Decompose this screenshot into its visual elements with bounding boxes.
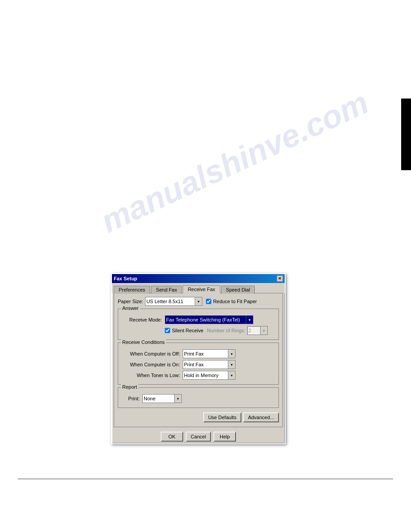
receive-mode-dropdown-arrow[interactable]: ▼	[246, 316, 253, 324]
right-tab	[401, 99, 411, 170]
bottom-rule	[18, 479, 393, 479]
silent-receive-label: Silent Receive	[172, 328, 203, 333]
receive-mode-select[interactable]: Fax Telephone Switching (FaxTel)	[165, 316, 246, 324]
tab-bar: Preferences Send Fax Receive Fax Speed D…	[112, 283, 285, 293]
toner-low-row: When Toner is Low: Hold in Memory ▼	[122, 371, 275, 380]
computer-off-dropdown-arrow[interactable]: ▼	[228, 350, 235, 358]
dialog-bottom-buttons: OK Cancel Help	[112, 429, 285, 443]
receive-mode-row: Receive Mode: Fax Telephone Switching (F…	[122, 315, 275, 324]
receive-conditions-group: Receive Conditions When Computer is Off:…	[118, 343, 279, 385]
receive-mode-select-wrapper[interactable]: Fax Telephone Switching (FaxTel) ▼	[165, 315, 253, 324]
computer-off-label: When Computer is Off:	[122, 351, 180, 356]
rings-dropdown-arrow[interactable]: ▼	[260, 326, 267, 335]
computer-off-select-wrapper[interactable]: Print Fax ▼	[183, 349, 235, 358]
tab-speed-dial[interactable]: Speed Dial	[221, 286, 255, 294]
paper-size-label: Paper Size:	[118, 299, 143, 304]
toner-low-select[interactable]: Hold in Memory	[183, 371, 228, 379]
computer-on-select-wrapper[interactable]: Print Fax ▼	[183, 360, 235, 369]
use-defaults-button[interactable]: Use Defaults	[203, 412, 241, 422]
ok-button[interactable]: OK	[161, 432, 183, 442]
toner-low-label: When Toner is Low:	[122, 373, 180, 378]
silent-receive-row: Silent Receive Number of Rings: 2 ▼	[122, 326, 275, 335]
computer-off-select[interactable]: Print Fax	[183, 350, 228, 358]
advanced-button[interactable]: Advanced...	[243, 412, 279, 422]
tab-receive-fax[interactable]: Receive Fax	[183, 285, 220, 293]
answer-group-legend: Answer	[121, 305, 140, 311]
silent-receive-checkbox-label[interactable]: Silent Receive	[165, 328, 203, 333]
dialog-title: Fax Setup	[114, 276, 137, 281]
fax-setup-dialog: Fax Setup ✕ Preferences Send Fax Receive…	[111, 273, 286, 444]
action-row: Use Defaults Advanced...	[118, 411, 279, 423]
paper-size-select[interactable]: US Letter 8.5x11	[146, 297, 195, 305]
watermark: manualshinve.com	[95, 84, 374, 240]
report-group-content: Print: None ▼	[122, 394, 275, 403]
cancel-button[interactable]: Cancel	[186, 432, 211, 442]
title-bar: Fax Setup ✕	[112, 274, 285, 283]
print-dropdown-arrow[interactable]: ▼	[174, 395, 181, 403]
receive-mode-label: Receive Mode:	[122, 317, 162, 322]
report-group: Report Print: None ▼	[118, 387, 279, 408]
tab-send-fax[interactable]: Send Fax	[151, 286, 182, 294]
answer-group-content: Receive Mode: Fax Telephone Switching (F…	[122, 315, 275, 335]
close-button[interactable]: ✕	[277, 275, 283, 282]
report-group-legend: Report	[121, 384, 138, 390]
paper-size-select-wrapper[interactable]: US Letter 8.5x11 ▼	[145, 297, 202, 306]
computer-off-row: When Computer is Off: Print Fax ▼	[122, 349, 275, 358]
print-row: Print: None ▼	[122, 394, 275, 403]
tab-preferences[interactable]: Preferences	[114, 286, 150, 294]
rings-select-wrapper[interactable]: 2 ▼	[247, 326, 268, 335]
print-select[interactable]: None	[143, 395, 174, 403]
rings-select[interactable]: 2	[248, 326, 260, 335]
computer-on-row: When Computer is On: Print Fax ▼	[122, 360, 275, 369]
toner-low-dropdown-arrow[interactable]: ▼	[228, 371, 235, 379]
answer-group: Answer Receive Mode: Fax Telephone Switc…	[118, 309, 279, 340]
reduce-to-fit-checkbox[interactable]	[206, 299, 211, 304]
reduce-to-fit-label: Reduce to Fit Paper	[213, 299, 257, 304]
silent-receive-checkbox[interactable]	[165, 328, 170, 333]
tab-content: Paper Size: US Letter 8.5x11 ▼ Reduce to…	[114, 293, 283, 427]
print-select-wrapper[interactable]: None ▼	[142, 394, 182, 403]
reduce-to-fit-checkbox-label[interactable]: Reduce to Fit Paper	[206, 299, 257, 304]
help-button[interactable]: Help	[214, 432, 236, 442]
number-of-rings-label: Number of Rings:	[207, 328, 245, 333]
toner-low-select-wrapper[interactable]: Hold in Memory ▼	[183, 371, 235, 380]
paper-size-row: Paper Size: US Letter 8.5x11 ▼ Reduce to…	[118, 297, 279, 306]
receive-conditions-content: When Computer is Off: Print Fax ▼ When C…	[122, 349, 275, 380]
computer-on-select[interactable]: Print Fax	[183, 360, 228, 369]
computer-on-label: When Computer is On:	[122, 362, 180, 367]
print-label: Print:	[122, 396, 140, 401]
paper-size-dropdown-arrow[interactable]: ▼	[195, 297, 202, 305]
receive-conditions-legend: Receive Conditions	[121, 339, 166, 345]
computer-on-dropdown-arrow[interactable]: ▼	[228, 360, 235, 369]
